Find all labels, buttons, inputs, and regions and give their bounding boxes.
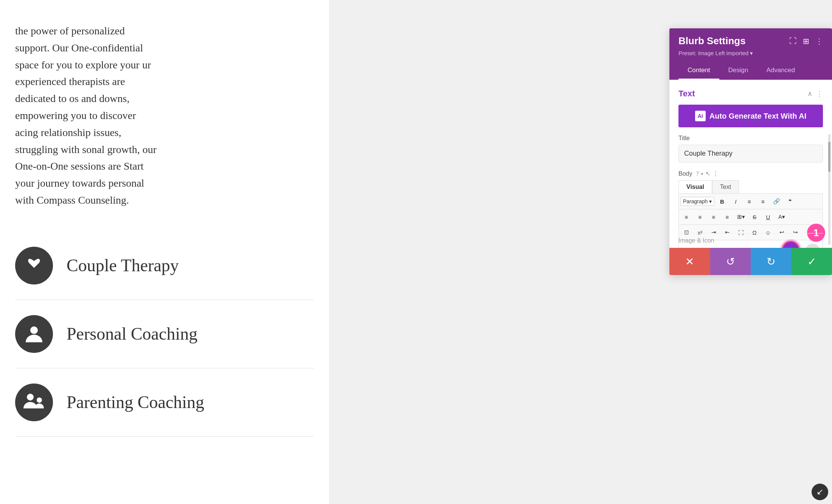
redo-icon: ↻ bbox=[767, 255, 775, 268]
table-button[interactable]: ⊞▾ bbox=[735, 212, 747, 222]
ordered-list-button[interactable]: ≡ bbox=[757, 196, 769, 207]
fullscreen-icon[interactable]: ⛶ bbox=[789, 37, 797, 45]
undo-button[interactable]: ↺ bbox=[710, 248, 751, 275]
help-icon[interactable]: ? bbox=[696, 170, 699, 177]
text-tab[interactable]: Text bbox=[712, 180, 739, 193]
unordered-list-button[interactable]: ≡ bbox=[743, 196, 755, 207]
service-item-couple-therapy: Couple Therapy bbox=[15, 232, 314, 300]
link-button[interactable]: 🔗 bbox=[770, 196, 782, 207]
strikethrough-button[interactable]: S bbox=[748, 212, 761, 222]
toolbar-row-1: Paragraph ▾ B I ≡ ≡ 🔗 ❝ bbox=[678, 194, 823, 209]
paragraph-select[interactable]: Paragraph ▾ bbox=[680, 197, 714, 206]
align-left-button[interactable]: ≡ bbox=[680, 212, 692, 222]
ai-icon: AI bbox=[695, 111, 706, 121]
panel-title: Blurb Settings bbox=[678, 35, 746, 47]
paragraph-dropdown-arrow: ▾ bbox=[709, 198, 712, 204]
bold-button[interactable]: B bbox=[716, 196, 728, 207]
ai-generate-button[interactable]: AI Auto Generate Text With AI bbox=[678, 105, 823, 127]
align-center-button[interactable]: ≡ bbox=[694, 212, 706, 222]
settings-panel: Blurb Settings ⛶ ⊞ ⋮ Preset: Image Left … bbox=[669, 28, 832, 275]
panel-body: Text ∧ ⋮ AI Auto Generate Text With AI T… bbox=[669, 80, 832, 275]
svg-point-2 bbox=[37, 397, 42, 403]
dark-arrow-button[interactable]: ↙ bbox=[812, 484, 828, 500]
cursor-icon[interactable]: ↖ bbox=[705, 170, 710, 177]
action-bar: ✕ ↺ ↻ ✓ bbox=[669, 248, 832, 275]
title-field-label: Title bbox=[678, 135, 823, 142]
cancel-button[interactable]: ✕ bbox=[669, 248, 710, 275]
mobile-icon[interactable]: ▪ bbox=[701, 170, 703, 177]
more-icon[interactable]: ⋮ bbox=[815, 37, 823, 46]
personal-coaching-icon bbox=[15, 315, 53, 353]
scroll-indicator[interactable] bbox=[828, 134, 830, 245]
panel-tabs: Content Design Advanced bbox=[678, 62, 823, 80]
text-section-title: Text bbox=[678, 89, 695, 99]
tab-advanced[interactable]: Advanced bbox=[757, 62, 804, 80]
text-section-header: Text ∧ ⋮ bbox=[678, 89, 823, 99]
underline-button[interactable]: U bbox=[762, 212, 774, 222]
panel-title-icons: ⛶ ⊞ ⋮ bbox=[789, 37, 823, 46]
parenting-coaching-icon bbox=[15, 383, 53, 421]
svg-point-1 bbox=[27, 394, 34, 400]
confirm-icon: ✓ bbox=[807, 255, 816, 268]
panel-preset[interactable]: Preset: Image Left imported ▾ bbox=[678, 50, 823, 57]
confirm-button[interactable]: ✓ bbox=[792, 248, 832, 275]
main-content: the power of personalized support. Our O… bbox=[0, 0, 329, 504]
more-body-icon[interactable]: ⋮ bbox=[712, 170, 719, 177]
redo-button[interactable]: ↻ bbox=[751, 248, 792, 275]
arrow-icon: ↙ bbox=[816, 487, 823, 497]
body-label-row: Body ? ▪ ↖ ⋮ bbox=[678, 170, 823, 177]
couple-therapy-icon bbox=[15, 247, 53, 284]
font-color-button[interactable]: A▾ bbox=[776, 212, 788, 222]
paragraph-label: Paragraph bbox=[683, 198, 708, 204]
section-more-icon[interactable]: ⋮ bbox=[816, 90, 823, 98]
cancel-icon: ✕ bbox=[685, 255, 694, 268]
body-text: the power of personalized support. Our O… bbox=[15, 23, 159, 209]
align-justify-button[interactable]: ≡ bbox=[721, 212, 733, 222]
editor-tabs: Visual Text bbox=[678, 180, 823, 194]
collapse-icon[interactable]: ∧ bbox=[807, 90, 812, 98]
toolbar-row-2: ≡ ≡ ≡ ≡ ⊞▾ S U A▾ bbox=[678, 209, 823, 225]
italic-button[interactable]: I bbox=[730, 196, 742, 207]
ai-button-label: Auto Generate Text With AI bbox=[709, 112, 807, 121]
align-right-button[interactable]: ≡ bbox=[708, 212, 720, 222]
personal-coaching-label: Personal Coaching bbox=[67, 324, 197, 344]
couple-therapy-label: Couple Therapy bbox=[67, 255, 179, 275]
svg-point-0 bbox=[30, 326, 38, 334]
blockquote-button[interactable]: ❝ bbox=[784, 196, 796, 207]
image-icon-section-label: Image & Icon bbox=[678, 233, 823, 244]
parenting-coaching-label: Parenting Coaching bbox=[67, 392, 204, 412]
service-item-parenting-coaching: Parenting Coaching bbox=[15, 368, 314, 437]
panel-header: Blurb Settings ⛶ ⊞ ⋮ Preset: Image Left … bbox=[669, 28, 832, 80]
service-item-personal-coaching: Personal Coaching bbox=[15, 300, 314, 368]
split-icon[interactable]: ⊞ bbox=[803, 37, 809, 46]
body-icons: ? ▪ ↖ ⋮ bbox=[696, 170, 719, 177]
tab-content[interactable]: Content bbox=[678, 62, 719, 80]
undo-icon: ↺ bbox=[726, 255, 735, 268]
section-controls: ∧ ⋮ bbox=[807, 90, 823, 98]
title-input[interactable] bbox=[678, 145, 823, 162]
panel-title-row: Blurb Settings ⛶ ⊞ ⋮ bbox=[678, 35, 823, 47]
visual-tab[interactable]: Visual bbox=[678, 180, 712, 193]
scroll-thumb bbox=[828, 142, 830, 172]
service-list: Couple Therapy Personal Coaching bbox=[15, 232, 314, 437]
body-label: Body bbox=[678, 170, 692, 177]
tab-design[interactable]: Design bbox=[719, 62, 757, 80]
